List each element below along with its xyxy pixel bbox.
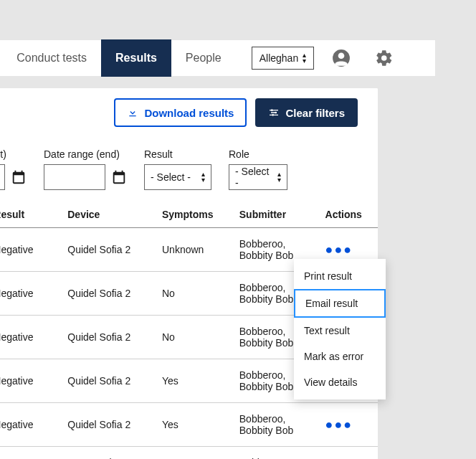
select-value: - Select - [151, 171, 191, 183]
cell-result: Negative [0, 272, 62, 316]
row-actions-button[interactable]: ●●● [325, 417, 353, 432]
tab-label: Results [115, 52, 157, 65]
date-end-input[interactable] [44, 164, 105, 190]
tab-results[interactable]: Results [101, 39, 171, 77]
filter-label: Role [229, 148, 287, 160]
facility-label: Alleghan [260, 52, 299, 64]
user-icon [332, 49, 351, 67]
result-select[interactable]: - Select - ▴▾ [144, 164, 211, 190]
col-result: Result [0, 202, 62, 228]
updown-icon: ▴▾ [201, 171, 205, 183]
menu-print-result[interactable]: Print result [294, 263, 386, 289]
table-row: PositiveAccess Bio CareStartNoBobberoo, … [0, 447, 378, 460]
cell-symptoms: No [156, 316, 234, 359]
facility-select[interactable]: Alleghan ▴▾ [252, 47, 315, 70]
filter-label: Result [144, 148, 211, 160]
top-tabbar: rd Conduct tests Results People Alleghan… [0, 39, 436, 77]
cell-device: Quidel Sofia 2 [62, 316, 156, 359]
cell-device: Quidel Sofia 2 [62, 228, 156, 272]
svg-point-1 [338, 52, 345, 59]
cell-symptoms: Yes [156, 359, 234, 403]
tab-people[interactable]: People [171, 39, 236, 77]
button-label: Download results [144, 107, 234, 119]
cell-submitter: Bobberoo, Bobbity Bob [234, 447, 320, 460]
settings-button[interactable] [368, 42, 400, 74]
user-button[interactable] [325, 42, 357, 74]
filter-role: Role - Select - ▴▾ [229, 148, 287, 190]
card-header: 25 Download results Clear filters [0, 98, 378, 133]
cell-symptoms: No [156, 272, 234, 316]
col-symptoms: Symptoms [156, 202, 234, 228]
filter-label: Date range (end) [44, 148, 127, 160]
tab-label: Conduct tests [16, 52, 87, 65]
results-card: 25 Download results Clear filters e rang… [0, 87, 379, 459]
role-select[interactable]: - Select - ▴▾ [229, 164, 287, 190]
cell-symptoms: Yes [156, 403, 234, 447]
filter-icon [268, 107, 280, 118]
updown-icon: ▴▾ [277, 171, 281, 183]
cell-device: Access Bio CareStart [62, 447, 156, 460]
download-icon [127, 107, 138, 118]
gear-icon [375, 49, 394, 67]
button-label: Clear filters [285, 107, 345, 119]
tab-label: People [186, 52, 222, 65]
actions-menu: Print result Email result Text result Ma… [294, 259, 386, 399]
cell-submitter: Bobberoo, Bobbity Bob [234, 403, 320, 447]
svg-point-2 [271, 109, 273, 111]
calendar-icon[interactable] [111, 169, 127, 185]
cell-symptoms: Unknown [156, 228, 234, 272]
svg-point-3 [275, 112, 277, 114]
button-row: Download results Clear filters [114, 98, 358, 127]
updown-icon: ▴▾ [303, 52, 306, 64]
menu-view-details[interactable]: View details [294, 369, 386, 395]
table-row: NegativeQuidel Sofia 2YesBobberoo, Bobbi… [0, 403, 378, 447]
cell-device: Quidel Sofia 2 [62, 403, 156, 447]
clear-filters-button[interactable]: Clear filters [255, 98, 358, 127]
menu-text-result[interactable]: Text result [294, 318, 386, 344]
cell-device: Quidel Sofia 2 [62, 359, 156, 403]
cell-result: Negative [0, 359, 62, 403]
cell-device: Quidel Sofia 2 [62, 272, 156, 316]
filter-label: e range (start) [0, 148, 27, 160]
cell-result: Negative [0, 403, 62, 447]
col-device: Device [62, 202, 156, 228]
svg-point-4 [272, 114, 275, 116]
download-results-button[interactable]: Download results [114, 98, 247, 127]
cell-result: Negative [0, 228, 62, 272]
menu-email-result[interactable]: Email result [294, 289, 386, 318]
menu-mark-as-error[interactable]: Mark as error [294, 344, 386, 369]
calendar-icon[interactable] [11, 169, 27, 185]
filter-row: e range (start) Date range (end) Result … [0, 133, 378, 202]
col-actions: Actions [320, 202, 378, 228]
row-actions-button[interactable]: ●●● [325, 242, 353, 257]
cell-result: Negative [0, 316, 62, 359]
select-value: - Select - [235, 166, 270, 189]
filter-date-start: e range (start) [0, 148, 27, 190]
date-start-input[interactable] [0, 164, 5, 190]
filter-date-end: Date range (end) [44, 148, 127, 190]
col-submitter: Submitter [234, 202, 320, 228]
cell-result: Positive [0, 447, 62, 460]
filter-result: Result - Select - ▴▾ [144, 148, 211, 190]
cell-symptoms: No [156, 447, 234, 460]
tab-conduct-tests[interactable]: Conduct tests [2, 39, 101, 77]
